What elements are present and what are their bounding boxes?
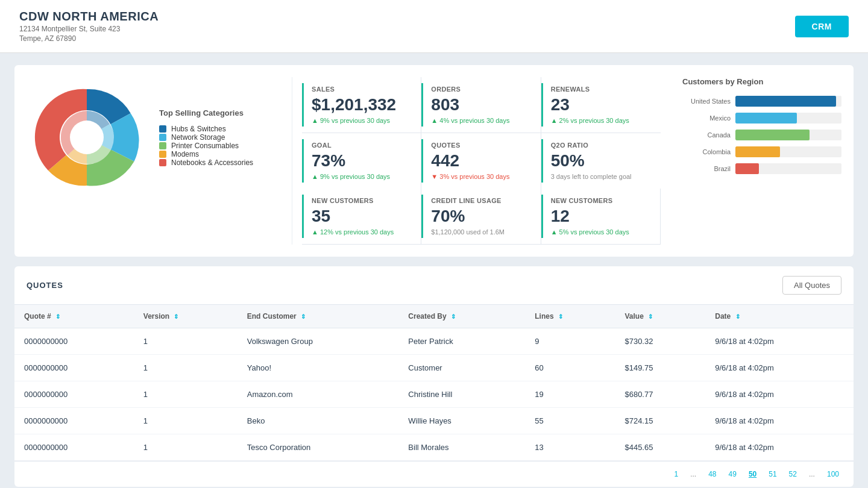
page-button[interactable]: 51 — [764, 468, 781, 481]
region-label: Colombia — [682, 148, 731, 155]
all-quotes-button[interactable]: All Quotes — [782, 276, 841, 295]
region-bar-container — [735, 163, 841, 174]
legend-dot — [159, 134, 166, 141]
table-cell: 0000000000 — [14, 408, 134, 434]
metric-value: 442 — [431, 151, 530, 170]
region-bar — [735, 96, 836, 107]
legend-item: Printer Consumables — [159, 142, 262, 150]
page-button[interactable]: 52 — [784, 468, 802, 481]
legend-dot — [159, 125, 166, 133]
pie-section: Top Selling Categories Hubs & SwitchesNe… — [27, 77, 280, 198]
table-cell: 1 — [134, 381, 237, 408]
page-button[interactable]: 100 — [822, 468, 844, 481]
table-column-header[interactable]: Quote # ⇕ — [14, 305, 134, 328]
address-line2: Tempe, AZ 67890 — [19, 34, 159, 43]
pagination: 1...4849505152...100 — [14, 461, 854, 487]
page-button[interactable]: 50 — [744, 468, 761, 481]
table-cell: 0000000000 — [14, 434, 134, 461]
region-label: Brazil — [682, 165, 731, 172]
table-cell: 0000000000 — [14, 355, 134, 381]
region-bar-container — [735, 130, 841, 140]
table-column-header[interactable]: Version ⇕ — [134, 305, 237, 328]
legend-label: Notebooks & Accessories — [171, 158, 253, 167]
table-column-header[interactable]: End Customer ⇕ — [237, 305, 399, 328]
legend-dot — [159, 159, 166, 166]
page-button: ... — [685, 468, 701, 481]
page-button[interactable]: 48 — [703, 468, 721, 481]
table-cell: Christine Hill — [398, 381, 525, 408]
metric-label: New Customers — [551, 197, 650, 204]
company-name: CDW NORTH AMERICA — [19, 10, 159, 23]
metric-sub: 4% vs previous 30 days — [431, 117, 530, 124]
crm-button[interactable]: CRM — [795, 16, 849, 37]
metric-label: Credit Line Usage — [431, 197, 530, 204]
region-section: Customers by Region United States Mexico… — [673, 77, 841, 174]
table-cell: $680.77 — [615, 381, 705, 408]
table-cell: 19 — [525, 381, 615, 408]
region-bars: United States Mexico Canada Colombia Bra… — [682, 96, 841, 174]
table-row[interactable]: 00000000001Yahoo!Customer60$149.759/6/18… — [14, 355, 854, 381]
metric-label: Quotes — [431, 142, 530, 149]
table-row[interactable]: 00000000001Tesco CorporationBill Morales… — [14, 434, 854, 461]
table-column-header[interactable]: Lines ⇕ — [525, 305, 615, 328]
metric-value: 73% — [312, 151, 411, 170]
table-cell: 0000000000 — [14, 381, 134, 408]
metric-sub: 12% vs previous 30 days — [312, 228, 411, 236]
metric-value: 35 — [312, 207, 411, 226]
metric-card: Q2O Ratio 50% 3 days left to complete go… — [541, 133, 661, 189]
region-label: United States — [682, 98, 731, 105]
page-button[interactable]: 1 — [669, 468, 683, 481]
metric-label: Orders — [431, 86, 530, 93]
region-bar — [735, 130, 810, 140]
metric-sub: 5% vs previous 30 days — [551, 228, 650, 236]
table-column-header[interactable]: Date ⇕ — [705, 305, 854, 328]
metric-card: Quotes 442 3% vs previous 30 days — [421, 133, 541, 189]
legend-title: Top Selling Categories — [159, 108, 262, 117]
company-info: CDW NORTH AMERICA 12134 Montpellier St, … — [19, 10, 159, 43]
table-cell: Bill Morales — [398, 434, 525, 461]
table-cell: 1 — [134, 434, 237, 461]
table-row[interactable]: 00000000001Volkswagen GroupPeter Patrick… — [14, 328, 854, 355]
sort-icon: ⇕ — [301, 313, 306, 320]
region-row: Mexico — [682, 113, 841, 124]
metric-value: 70% — [431, 207, 530, 226]
table-cell: Amazon.com — [237, 381, 399, 408]
address-line1: 12134 Montpellier St, Suite 423 — [19, 25, 159, 33]
metric-label: Goal — [312, 142, 411, 149]
legend-item: Hubs & Switches — [159, 125, 262, 133]
metric-value: 12 — [551, 207, 650, 226]
sort-icon: ⇕ — [558, 313, 563, 320]
table-column-header[interactable]: Value ⇕ — [615, 305, 705, 328]
pie-chart — [27, 77, 147, 198]
legend-item: Modems — [159, 150, 262, 158]
table-cell: 9 — [525, 328, 615, 355]
table-cell: $730.32 — [615, 328, 705, 355]
metric-card: Goal 73% 9% vs previous 30 days — [302, 133, 421, 189]
legend-item: Notebooks & Accessories — [159, 158, 262, 167]
region-bar-container — [735, 146, 841, 157]
page-button: ... — [804, 468, 820, 481]
table-cell: Peter Patrick — [398, 328, 525, 355]
sort-icon: ⇕ — [451, 313, 456, 320]
pie-legend: Top Selling Categories Hubs & SwitchesNe… — [159, 108, 262, 167]
sort-icon: ⇕ — [735, 313, 740, 320]
sort-icon: ⇕ — [174, 313, 178, 320]
metrics-grid: Sales $1,201,332 9% vs previous 30 days … — [292, 77, 661, 245]
quotes-table: Quote # ⇕Version ⇕End Customer ⇕Created … — [14, 305, 854, 461]
table-cell: Tesco Corporation — [237, 434, 399, 461]
metric-card: Sales $1,201,332 9% vs previous 30 days — [302, 77, 421, 133]
table-row[interactable]: 00000000001BekoWillie Hayes55$724.159/6/… — [14, 408, 854, 434]
region-bar — [735, 146, 780, 157]
quotes-header: QUOTES All Quotes — [14, 266, 854, 305]
metric-label: Renewals — [551, 86, 651, 93]
region-bar-container — [735, 113, 841, 124]
metric-sub: 3% vs previous 30 days — [431, 173, 530, 180]
header: CDW NORTH AMERICA 12134 Montpellier St, … — [0, 0, 868, 53]
table-column-header[interactable]: Created By ⇕ — [398, 305, 525, 328]
table-row[interactable]: 00000000001Amazon.comChristine Hill19$68… — [14, 381, 854, 408]
page-button[interactable]: 49 — [724, 468, 741, 481]
table-cell: Customer — [398, 355, 525, 381]
table-cell: $149.75 — [615, 355, 705, 381]
table-header: Quote # ⇕Version ⇕End Customer ⇕Created … — [14, 305, 854, 328]
metric-value: 50% — [551, 151, 651, 170]
